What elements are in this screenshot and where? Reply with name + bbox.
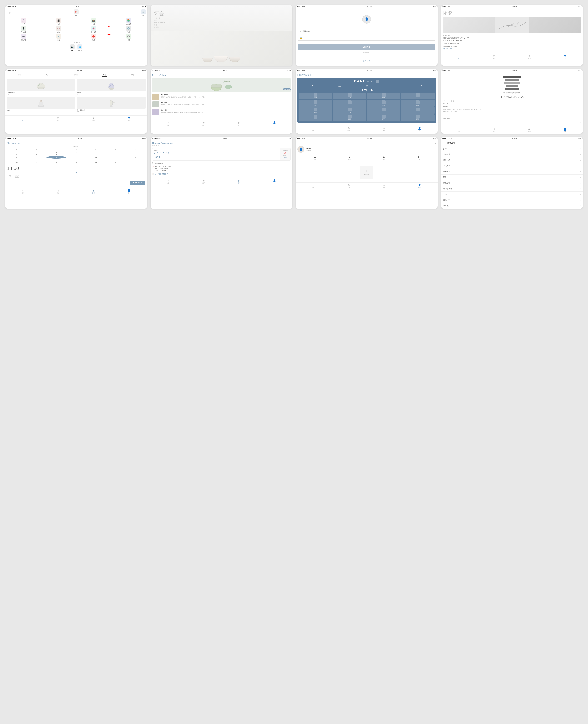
tab-hot[interactable]: 热门 [45, 73, 50, 77]
product-3[interactable]: 趣味瓷杯 ¥ 5+ [6, 97, 75, 112]
nav-personal-6[interactable]: 👤个人 [273, 121, 276, 126]
cal-7[interactable]: 7 [46, 153, 66, 156]
settings-item-config[interactable]: 设置 › [441, 174, 583, 180]
clock-app[interactable]: ⏰ 时钟 [74, 9, 79, 16]
settings-item-acct-settings[interactable]: 账号设置 › [441, 169, 583, 174]
weibo-app[interactable]: 🔴 HOT 微博 [77, 34, 110, 41]
cal-14-today[interactable]: 14 [46, 156, 66, 159]
nav-personal-9[interactable]: 👤个人 [128, 189, 130, 194]
prev-month-icon[interactable]: ‹ [71, 145, 71, 147]
nav-home-7[interactable]: ⌂首页 [312, 127, 315, 131]
game-cell-0[interactable]: 新石器 [299, 92, 332, 99]
cal-15[interactable]: 15 [66, 156, 86, 159]
cal-4[interactable]: 4 [106, 151, 126, 153]
nav-personal-7[interactable]: 👤个人 [418, 127, 421, 131]
nav-personal-10[interactable]: 👤个人 [273, 179, 276, 184]
back-button[interactable]: ← [443, 141, 445, 145]
nav-discover-4[interactable]: ◎ 发现 [493, 55, 495, 59]
cal-26[interactable]: 26 [7, 161, 27, 164]
game-cell-7[interactable]: 隋唐 [401, 100, 434, 107]
browser-app[interactable]: 🌐 浏览器 [78, 44, 82, 51]
next-month-icon[interactable]: › [81, 145, 81, 147]
nav-home-9[interactable]: ⌂首页 [22, 189, 24, 194]
appstore-app[interactable]: 🛍️ 2 软件商店 [77, 26, 110, 33]
game-cell-13[interactable]: 隋唐 [333, 115, 366, 121]
nav-home-4[interactable]: ⌂ 首页 [458, 55, 460, 59]
tab-pottery[interactable]: 陶器 [74, 73, 79, 77]
game-cell-4[interactable]: 明朝 [299, 100, 332, 107]
game-cell-6[interactable]: 清朝 [367, 100, 400, 107]
cal-20[interactable]: 20 [27, 159, 46, 161]
nav-personal-5[interactable]: 👤 个人 [128, 117, 130, 121]
settings-item-drafts[interactable]: 我的草稿 › [441, 152, 583, 158]
game-cell-8[interactable]: 明朝 [299, 107, 332, 114]
cal-5[interactable]: 5 [7, 153, 27, 156]
settings-item-logout[interactable]: 登出账户 › [441, 203, 583, 209]
product-1[interactable]: 四季组合瓷盘 ¥ 2+ [6, 79, 75, 95]
register-link[interactable]: 新用户注册 [298, 57, 435, 62]
video-app[interactable]: 🎬 视频 [42, 18, 76, 25]
appt-action[interactable]: 📋 APPOINTMENT [152, 173, 291, 175]
cal-28[interactable]: 28 [46, 161, 66, 164]
cal-21[interactable]: 21 [46, 159, 66, 161]
nav-home-5[interactable]: ⌂ 首页 [22, 117, 24, 121]
nav-us-5[interactable]: ◈ 我们 [92, 117, 94, 121]
cal-1[interactable]: 1 [46, 151, 66, 153]
nav-us-11[interactable]: ◈我们 [383, 184, 385, 188]
cal-9[interactable]: 9 [86, 153, 106, 156]
weather-app[interactable]: ☁️ 天气 [141, 9, 146, 16]
nav-discover-6[interactable]: ◎发现 [202, 121, 205, 126]
nav-us-4[interactable]: ◈ 我们 [528, 55, 530, 59]
music-app[interactable]: 🎵 音乐 [6, 18, 41, 25]
game-cell-2[interactable]: 新石器 [367, 92, 400, 99]
password-input[interactable] [298, 36, 435, 41]
cal-11[interactable]: 11 [126, 153, 145, 156]
time-scroll-arrow[interactable]: ∨ [7, 172, 145, 174]
forgot-link[interactable]: 忘记密码？ [298, 51, 435, 54]
nav-discover-7[interactable]: ◎发现 [348, 127, 350, 131]
game-cell-15[interactable]: 清朝 [401, 115, 434, 121]
login-button[interactable]: Login In [298, 44, 435, 50]
tab-creative[interactable]: 创意 [130, 73, 135, 77]
more-icon[interactable]: › [435, 142, 436, 145]
product-4[interactable]: 镶空带带瓷瓶 ¥ 2+ [77, 97, 146, 112]
cal-13[interactable]: 13 [27, 156, 46, 159]
nav-home-6[interactable]: ⌂首页 [167, 121, 169, 126]
settings-item-profile[interactable]: 个人资料 › [441, 163, 583, 169]
sms-app[interactable]: 💬 信息 [111, 34, 146, 41]
cal-6[interactable]: 6 [27, 153, 46, 156]
nav-personal-4[interactable]: 👤 个人 [564, 55, 566, 59]
cal-19[interactable]: 19 [7, 159, 27, 161]
game-cell-9[interactable]: 元朝 [333, 107, 366, 114]
game-cell-12[interactable] [299, 115, 332, 121]
nav-personal-11[interactable]: 👤个人 [418, 184, 421, 188]
nav-personal-8[interactable]: 👤个人 [564, 128, 566, 132]
cal-16[interactable]: 16 [86, 156, 106, 159]
game-cell-14[interactable]: 两汉 [367, 115, 400, 121]
nav-us-6[interactable]: ◈我们 [238, 121, 240, 126]
nav-discover-10[interactable]: ◎发现 [202, 179, 205, 184]
tab-recommend[interactable]: 推荐 [17, 73, 22, 77]
nav-us-10[interactable]: ◈我们 [238, 179, 240, 184]
cal-18[interactable]: 18 [126, 156, 145, 159]
game-cell-1[interactable]: 元朝 [333, 92, 366, 99]
cal-3[interactable]: 3 [86, 151, 106, 153]
nav-us-7[interactable]: ◈我们 [383, 127, 385, 131]
settings-app[interactable]: ⚙️ 设置 [111, 26, 146, 33]
nav-discover-8[interactable]: ◎发现 [493, 128, 495, 132]
cal-12[interactable]: 12 [7, 156, 27, 159]
nav-discover-11[interactable]: ◎发现 [348, 184, 350, 188]
game-cell-5[interactable] [333, 100, 366, 107]
cal-17[interactable]: 17 [106, 156, 126, 159]
photos-app[interactable]: 📸 相册 [77, 18, 110, 25]
tab-porcelain[interactable]: 瓷器 [102, 73, 107, 77]
weibo-row[interactable]: ⊙ 怀瓷向艺术馆 [443, 48, 581, 50]
cal-24[interactable]: 24 [106, 159, 126, 161]
nav-us-8[interactable]: ◈我们 [528, 128, 530, 132]
tools-app[interactable]: 🔧 工具 [42, 34, 76, 41]
settings-item-privacy[interactable]: 隐私设置 › [441, 180, 583, 186]
nav-us-9[interactable]: ◈我们 [92, 189, 94, 194]
book-now-button[interactable]: BOOK NOW [130, 181, 145, 185]
cal-25[interactable]: 25 [126, 159, 145, 161]
nav-discover-5[interactable]: ◎ 发现 [57, 117, 59, 121]
